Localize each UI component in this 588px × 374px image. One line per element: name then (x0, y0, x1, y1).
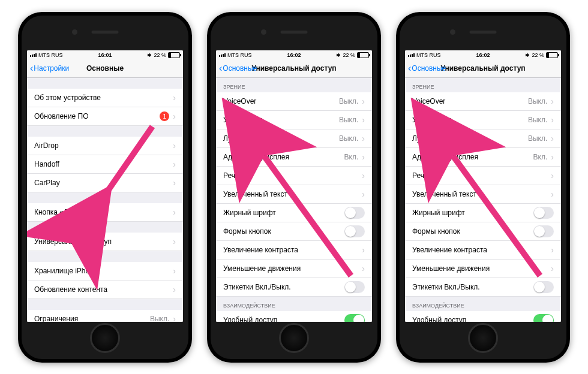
carrier: MTS RUS (38, 52, 63, 58)
back-button[interactable]: ‹ Основные (219, 64, 257, 73)
chevron-right-icon: › (173, 237, 176, 246)
cell-background-refresh[interactable]: Обновление контента› (27, 280, 183, 299)
cell-zoom[interactable]: УвеличениеВыкл.› (216, 111, 372, 129)
home-button[interactable] (468, 323, 498, 353)
cell-reachability[interactable]: Удобный доступ (405, 311, 561, 322)
cell-zoom[interactable]: УвеличениеВыкл.› (405, 111, 561, 129)
section-interaction: ВЗАИМОДЕЙСТВИЕ (216, 297, 372, 311)
back-button[interactable]: ‹ Основные (408, 64, 446, 73)
toggle-button-shapes[interactable] (344, 225, 365, 237)
cell-restrictions[interactable]: ОграниченияВыкл.› (27, 310, 183, 322)
battery-pct: 22 % (532, 52, 544, 58)
chevron-right-icon: › (551, 96, 554, 106)
cell-handoff[interactable]: Handoff› (27, 155, 183, 174)
carrier: MTS RUS (416, 52, 441, 58)
chevron-right-icon: › (362, 245, 365, 255)
chevron-right-icon: › (551, 189, 554, 199)
cell-software-update[interactable]: Обновление ПО1› (27, 107, 183, 126)
clock: 16:01 (98, 52, 112, 58)
cell-about[interactable]: Об этом устройстве› (27, 89, 183, 107)
cell-display-accommodations[interactable]: Адаптация дисплеяВкл.› (405, 148, 561, 167)
chevron-right-icon: › (173, 111, 176, 121)
cell-airdrop[interactable]: AirDrop› (27, 137, 183, 155)
clock: 16:02 (476, 52, 490, 58)
cell-reduce-motion[interactable]: Уменьшение движения› (216, 260, 372, 278)
toggle-button-shapes[interactable] (533, 225, 554, 237)
chevron-right-icon: › (173, 159, 176, 169)
chevron-right-icon: › (362, 115, 365, 125)
toggle-on-off-labels[interactable] (344, 281, 365, 293)
carrier: MTS RUS (227, 52, 252, 58)
screen-general: MTS RUS 16:01 ✱ 22 % ‹ Настройки Основны… (27, 50, 183, 322)
cell-magnifier[interactable]: ЛупаВыкл.› (405, 129, 561, 148)
screen-accessibility: MTS RUS 16:02 ✱ 22 % ‹ Основные Универса… (405, 50, 561, 322)
chevron-right-icon: › (173, 141, 176, 150)
back-button[interactable]: ‹ Настройки (30, 64, 69, 73)
cell-accessibility[interactable]: Универсальный доступ› (27, 233, 183, 251)
toggle-on-off-labels[interactable] (533, 281, 554, 293)
phone-1: MTS RUS 16:01 ✱ 22 % ‹ Настройки Основны… (18, 12, 192, 363)
cell-on-off-labels[interactable]: Этикетки Вкл./Выкл. (216, 278, 372, 297)
cell-reduce-motion[interactable]: Уменьшение движения› (405, 260, 561, 278)
section-vision: ЗРЕНИЕ (216, 78, 372, 92)
chevron-right-icon: › (551, 245, 554, 255)
cell-on-off-labels[interactable]: Этикетки Вкл./Выкл. (405, 278, 561, 297)
toggle-bold-text[interactable] (533, 207, 554, 219)
nav-bar: ‹ Настройки Основные (27, 59, 183, 78)
chevron-right-icon: › (173, 285, 176, 294)
clock: 16:02 (287, 52, 301, 58)
cell-bold-text[interactable]: Жирный шрифт (405, 204, 561, 222)
toggle-reachability[interactable] (533, 314, 554, 322)
status-bar: MTS RUS 16:02 ✱ 22 % (216, 50, 372, 59)
cell-button-shapes[interactable]: Формы кнопок (216, 222, 372, 241)
cell-reachability[interactable]: Удобный доступ (216, 311, 372, 322)
bluetooth-icon: ✱ (147, 52, 152, 58)
chevron-right-icon: › (362, 189, 365, 199)
screen-accessibility: MTS RUS 16:02 ✱ 22 % ‹ Основные Универса… (216, 50, 372, 322)
cell-increase-contrast[interactable]: Увеличение контраста› (405, 241, 561, 260)
cell-display-accommodations[interactable]: Адаптация дисплеяВкл.› (216, 148, 372, 167)
page-title: Универсальный доступ (440, 64, 525, 73)
cell-voiceover[interactable]: VoiceOverВыкл.› (405, 92, 561, 111)
battery-icon (546, 52, 558, 58)
cell-home-button[interactable]: Кнопка «Домой»› (27, 203, 183, 222)
cell-magnifier[interactable]: ЛупаВыкл.› (216, 129, 372, 148)
phone-2: MTS RUS 16:02 ✱ 22 % ‹ Основные Универса… (207, 12, 381, 363)
battery-pct: 22 % (343, 52, 355, 58)
cell-speech[interactable]: Речь› (216, 167, 372, 185)
cell-carplay[interactable]: CarPlay› (27, 174, 183, 192)
cell-increase-contrast[interactable]: Увеличение контраста› (216, 241, 372, 260)
chevron-right-icon: › (551, 115, 554, 125)
signal-icon (219, 53, 226, 57)
cell-button-shapes[interactable]: Формы кнопок (405, 222, 561, 241)
chevron-right-icon: › (362, 96, 365, 106)
bluetooth-icon: ✱ (525, 52, 530, 58)
section-interaction: ВЗАИМОДЕЙСТВИЕ (405, 297, 561, 311)
chevron-left-icon: ‹ (408, 65, 411, 72)
home-button[interactable] (279, 323, 309, 353)
chevron-right-icon: › (551, 134, 554, 143)
home-button[interactable] (90, 323, 120, 353)
chevron-right-icon: › (551, 264, 554, 273)
cell-speech[interactable]: Речь› (405, 167, 561, 185)
cell-larger-text[interactable]: Увеличенный текст› (216, 185, 372, 204)
back-label: Основные (223, 64, 257, 73)
cell-storage[interactable]: Хранилище iPhone› (27, 262, 183, 280)
status-bar: MTS RUS 16:01 ✱ 22 % (27, 50, 183, 59)
page-title: Универсальный доступ (251, 64, 336, 73)
chevron-right-icon: › (173, 207, 176, 217)
update-badge: 1 (160, 111, 169, 121)
chevron-right-icon: › (362, 152, 365, 162)
cell-bold-text[interactable]: Жирный шрифт (216, 204, 372, 222)
cell-voiceover[interactable]: VoiceOverВыкл.› (216, 92, 372, 111)
back-label: Основные (412, 64, 446, 73)
toggle-reachability[interactable] (344, 314, 365, 322)
cell-larger-text[interactable]: Увеличенный текст› (405, 185, 561, 204)
section-vision: ЗРЕНИЕ (405, 78, 561, 92)
nav-bar: ‹ Основные Универсальный доступ (405, 59, 561, 78)
nav-bar: ‹ Основные Универсальный доступ (216, 59, 372, 78)
chevron-right-icon: › (362, 264, 365, 273)
chevron-right-icon: › (173, 93, 176, 102)
chevron-left-icon: ‹ (219, 65, 222, 72)
toggle-bold-text[interactable] (344, 207, 365, 219)
